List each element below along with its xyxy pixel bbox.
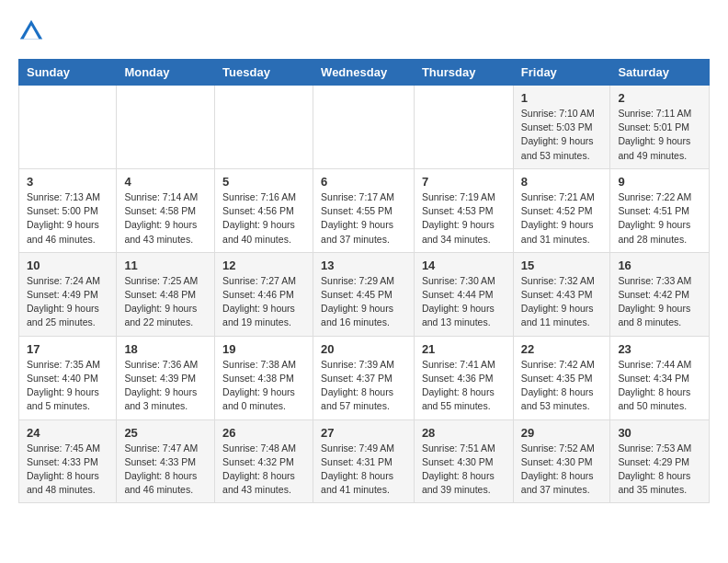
day-info: Sunrise: 7:51 AM Sunset: 4:30 PM Dayligh… — [422, 442, 506, 498]
calendar-cell: 1Sunrise: 7:10 AM Sunset: 5:03 PM Daylig… — [513, 86, 610, 169]
day-number: 5 — [222, 175, 305, 189]
day-number: 17 — [27, 342, 108, 356]
day-number: 26 — [222, 426, 305, 440]
day-info: Sunrise: 7:42 AM Sunset: 4:35 PM Dayligh… — [521, 358, 603, 414]
day-number: 8 — [521, 175, 603, 189]
calendar-cell: 11Sunrise: 7:25 AM Sunset: 4:48 PM Dayli… — [117, 252, 215, 336]
day-number: 1 — [521, 91, 603, 105]
day-number: 18 — [124, 342, 207, 356]
day-number: 9 — [618, 175, 701, 189]
day-info: Sunrise: 7:32 AM Sunset: 4:43 PM Dayligh… — [521, 274, 603, 330]
calendar-cell: 2Sunrise: 7:11 AM Sunset: 5:01 PM Daylig… — [610, 86, 710, 169]
day-number: 22 — [521, 342, 603, 356]
day-info: Sunrise: 7:11 AM Sunset: 5:01 PM Dayligh… — [618, 107, 701, 163]
day-info: Sunrise: 7:45 AM Sunset: 4:33 PM Dayligh… — [27, 442, 108, 498]
day-info: Sunrise: 7:19 AM Sunset: 4:53 PM Dayligh… — [422, 190, 506, 247]
day-number: 27 — [321, 426, 406, 440]
calendar-cell: 13Sunrise: 7:29 AM Sunset: 4:45 PM Dayli… — [313, 252, 415, 336]
day-info: Sunrise: 7:27 AM Sunset: 4:46 PM Dayligh… — [222, 274, 305, 330]
day-info: Sunrise: 7:33 AM Sunset: 4:42 PM Dayligh… — [618, 274, 701, 330]
day-info: Sunrise: 7:49 AM Sunset: 4:31 PM Dayligh… — [321, 442, 406, 498]
day-info: Sunrise: 7:48 AM Sunset: 4:32 PM Dayligh… — [222, 442, 305, 498]
calendar-cell — [313, 86, 415, 169]
calendar-cell: 8Sunrise: 7:21 AM Sunset: 4:52 PM Daylig… — [513, 168, 610, 252]
calendar-cell: 5Sunrise: 7:16 AM Sunset: 4:56 PM Daylig… — [215, 168, 313, 252]
day-info: Sunrise: 7:25 AM Sunset: 4:48 PM Dayligh… — [124, 274, 207, 330]
day-number: 29 — [521, 426, 603, 440]
day-info: Sunrise: 7:17 AM Sunset: 4:55 PM Dayligh… — [321, 190, 406, 247]
calendar-cell — [414, 86, 513, 169]
calendar-cell — [19, 86, 117, 169]
day-info: Sunrise: 7:38 AM Sunset: 4:38 PM Dayligh… — [222, 358, 305, 414]
calendar-cell: 14Sunrise: 7:30 AM Sunset: 4:44 PM Dayli… — [414, 252, 513, 336]
weekday-header-tuesday: Tuesday — [215, 60, 313, 86]
weekday-header-monday: Monday — [117, 60, 215, 86]
calendar-cell: 17Sunrise: 7:35 AM Sunset: 4:40 PM Dayli… — [19, 336, 117, 419]
day-info: Sunrise: 7:47 AM Sunset: 4:33 PM Dayligh… — [124, 442, 207, 498]
day-number: 15 — [521, 259, 603, 272]
calendar-cell: 30Sunrise: 7:53 AM Sunset: 4:29 PM Dayli… — [610, 419, 710, 503]
day-number: 28 — [422, 426, 506, 440]
calendar-cell: 20Sunrise: 7:39 AM Sunset: 4:37 PM Dayli… — [313, 336, 415, 419]
day-number: 30 — [618, 426, 701, 440]
weekday-header-saturday: Saturday — [610, 60, 710, 86]
calendar-week-0: 1Sunrise: 7:10 AM Sunset: 5:03 PM Daylig… — [19, 86, 710, 169]
day-number: 11 — [124, 259, 207, 272]
weekday-header-sunday: Sunday — [19, 60, 117, 86]
day-number: 23 — [618, 342, 701, 356]
calendar-cell: 24Sunrise: 7:45 AM Sunset: 4:33 PM Dayli… — [19, 419, 117, 503]
day-number: 4 — [124, 175, 207, 189]
day-number: 6 — [321, 175, 406, 189]
calendar-cell: 9Sunrise: 7:22 AM Sunset: 4:51 PM Daylig… — [610, 168, 710, 252]
day-number: 12 — [222, 259, 305, 272]
day-number: 7 — [422, 175, 506, 189]
day-number: 13 — [321, 259, 406, 272]
header-row: SundayMondayTuesdayWednesdayThursdayFrid… — [19, 60, 710, 86]
calendar-cell: 15Sunrise: 7:32 AM Sunset: 4:43 PM Dayli… — [513, 252, 610, 336]
logo-icon — [18, 18, 44, 44]
calendar-cell: 16Sunrise: 7:33 AM Sunset: 4:42 PM Dayli… — [610, 252, 710, 336]
calendar-week-3: 17Sunrise: 7:35 AM Sunset: 4:40 PM Dayli… — [19, 336, 710, 419]
calendar-body: 1Sunrise: 7:10 AM Sunset: 5:03 PM Daylig… — [19, 86, 710, 503]
day-info: Sunrise: 7:22 AM Sunset: 4:51 PM Dayligh… — [618, 190, 701, 247]
day-info: Sunrise: 7:24 AM Sunset: 4:49 PM Dayligh… — [27, 274, 108, 330]
day-number: 14 — [422, 259, 506, 272]
calendar-cell: 23Sunrise: 7:44 AM Sunset: 4:34 PM Dayli… — [610, 336, 710, 419]
day-number: 2 — [618, 91, 701, 105]
calendar-cell: 19Sunrise: 7:38 AM Sunset: 4:38 PM Dayli… — [215, 336, 313, 419]
day-number: 16 — [618, 259, 701, 272]
calendar-cell: 6Sunrise: 7:17 AM Sunset: 4:55 PM Daylig… — [313, 168, 415, 252]
day-number: 24 — [27, 426, 108, 440]
calendar-cell: 26Sunrise: 7:48 AM Sunset: 4:32 PM Dayli… — [215, 419, 313, 503]
day-info: Sunrise: 7:35 AM Sunset: 4:40 PM Dayligh… — [27, 358, 108, 414]
day-number: 25 — [124, 426, 207, 440]
day-info: Sunrise: 7:10 AM Sunset: 5:03 PM Dayligh… — [521, 107, 603, 163]
calendar-cell: 21Sunrise: 7:41 AM Sunset: 4:36 PM Dayli… — [414, 336, 513, 419]
day-number: 21 — [422, 342, 506, 356]
day-info: Sunrise: 7:14 AM Sunset: 4:58 PM Dayligh… — [124, 190, 207, 247]
day-info: Sunrise: 7:29 AM Sunset: 4:45 PM Dayligh… — [321, 274, 406, 330]
calendar-cell: 25Sunrise: 7:47 AM Sunset: 4:33 PM Dayli… — [117, 419, 215, 503]
calendar-cell — [117, 86, 215, 169]
calendar-cell: 10Sunrise: 7:24 AM Sunset: 4:49 PM Dayli… — [19, 252, 117, 336]
calendar-cell — [215, 86, 313, 169]
calendar-cell: 3Sunrise: 7:13 AM Sunset: 5:00 PM Daylig… — [19, 168, 117, 252]
day-number: 19 — [222, 342, 305, 356]
day-info: Sunrise: 7:21 AM Sunset: 4:52 PM Dayligh… — [521, 190, 603, 247]
day-info: Sunrise: 7:30 AM Sunset: 4:44 PM Dayligh… — [422, 274, 506, 330]
logo — [18, 18, 48, 44]
calendar-cell: 27Sunrise: 7:49 AM Sunset: 4:31 PM Dayli… — [313, 419, 415, 503]
day-info: Sunrise: 7:52 AM Sunset: 4:30 PM Dayligh… — [521, 442, 603, 498]
day-number: 20 — [321, 342, 406, 356]
weekday-header-thursday: Thursday — [414, 60, 513, 86]
calendar-cell: 28Sunrise: 7:51 AM Sunset: 4:30 PM Dayli… — [414, 419, 513, 503]
page-header — [18, 18, 710, 44]
weekday-header-friday: Friday — [513, 60, 610, 86]
calendar-cell: 7Sunrise: 7:19 AM Sunset: 4:53 PM Daylig… — [414, 168, 513, 252]
calendar-cell: 22Sunrise: 7:42 AM Sunset: 4:35 PM Dayli… — [513, 336, 610, 419]
day-info: Sunrise: 7:36 AM Sunset: 4:39 PM Dayligh… — [124, 358, 207, 414]
calendar-week-2: 10Sunrise: 7:24 AM Sunset: 4:49 PM Dayli… — [19, 252, 710, 336]
calendar-cell: 18Sunrise: 7:36 AM Sunset: 4:39 PM Dayli… — [117, 336, 215, 419]
calendar-cell: 12Sunrise: 7:27 AM Sunset: 4:46 PM Dayli… — [215, 252, 313, 336]
day-info: Sunrise: 7:39 AM Sunset: 4:37 PM Dayligh… — [321, 358, 406, 414]
